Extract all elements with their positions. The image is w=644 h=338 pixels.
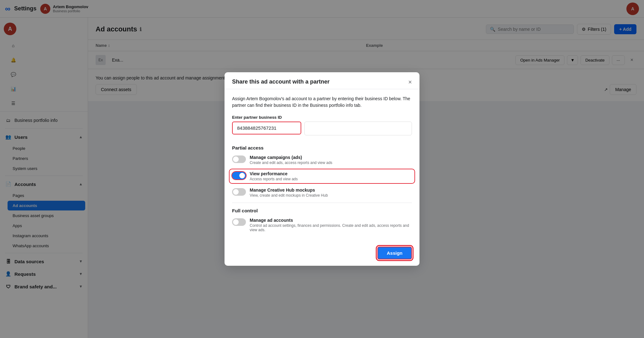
manage-ad-accounts-slider	[232, 218, 246, 226]
assign-button[interactable]: Assign	[377, 247, 412, 259]
permission-view-performance: View performance Access reports and view…	[230, 169, 414, 183]
creative-hub-text: Manage Creative Hub mockups View, create…	[250, 188, 412, 198]
manage-ad-accounts-toggle[interactable]	[232, 218, 246, 226]
manage-ad-accounts-text: Manage ad accounts Control ad account se…	[250, 218, 412, 232]
share-partner-modal: Share this ad account with a partner × A…	[225, 72, 419, 266]
partner-id-label: Enter partner business ID	[232, 115, 412, 120]
view-performance-name: View performance	[250, 171, 412, 176]
creative-hub-desc: View, create and edit mockups in Creativ…	[250, 193, 412, 198]
partner-id-box: 843884825767231	[232, 122, 301, 134]
creative-hub-slider	[232, 188, 246, 196]
creative-hub-name: Manage Creative Hub mockups	[250, 188, 412, 193]
partner-id-field-row: 843884825767231	[232, 122, 412, 139]
permission-manage-ad-accounts: Manage ad accounts Control ad account se…	[232, 218, 412, 232]
partner-id-value: 843884825767231	[237, 125, 276, 131]
modal-divider	[232, 203, 412, 203]
view-performance-slider	[232, 172, 246, 179]
partner-id-input-rest[interactable]	[304, 122, 412, 135]
permission-manage-campaigns: Manage campaigns (ads) Create and edit a…	[232, 155, 412, 165]
view-performance-text: View performance Access reports and view…	[250, 171, 412, 181]
creative-hub-toggle[interactable]	[232, 188, 246, 196]
view-performance-toggle[interactable]	[232, 172, 246, 179]
manage-campaigns-text: Manage campaigns (ads) Create and edit a…	[250, 155, 412, 165]
manage-campaigns-desc: Create and edit ads, access reports and …	[250, 161, 412, 165]
modal-body: Assign Artem Bogomolov's ad account to a…	[225, 89, 419, 243]
manage-campaigns-toggle[interactable]	[232, 155, 246, 163]
manage-campaigns-name: Manage campaigns (ads)	[250, 155, 412, 160]
modal-footer: Assign	[225, 243, 419, 266]
manage-campaigns-slider	[232, 155, 246, 163]
modal-title: Share this ad account with a partner	[232, 79, 330, 85]
modal-header: Share this ad account with a partner ×	[225, 72, 419, 89]
modal-close-button[interactable]: ×	[408, 79, 412, 85]
permission-creative-hub: Manage Creative Hub mockups View, create…	[232, 188, 412, 198]
partner-id-section: Enter partner business ID 84388482576723…	[232, 115, 412, 139]
full-control-heading: Full control	[232, 208, 412, 213]
manage-ad-accounts-desc: Control ad account settings, finances an…	[250, 223, 412, 232]
modal-overlay: Share this ad account with a partner × A…	[0, 0, 644, 338]
view-performance-desc: Access reports and view ads	[250, 177, 412, 181]
partial-access-heading: Partial access	[232, 145, 412, 150]
modal-description: Assign Artem Bogomolov's ad account to a…	[232, 95, 412, 109]
manage-ad-accounts-name: Manage ad accounts	[250, 218, 412, 223]
